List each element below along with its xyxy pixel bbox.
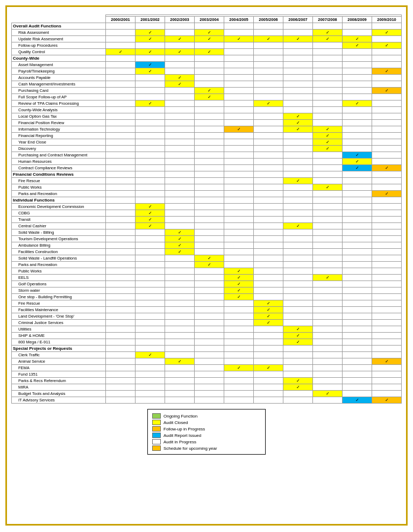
row-label: Quality Control [12,49,106,55]
audit-cell: ✓ [224,275,254,281]
audit-cell [372,204,402,210]
audit-cell [224,120,254,126]
audit-cell [254,223,283,229]
audit-cell [195,191,224,197]
audit-cell [195,100,224,107]
audit-cell [254,339,283,346]
audit-cell [195,249,224,255]
audit-cell [283,287,313,294]
audit-cell [106,287,136,294]
audit-cell [136,262,165,268]
audit-cell [283,275,313,281]
audit-cell [313,229,343,236]
audit-cell [343,262,372,268]
section-header-cell [165,23,195,30]
section-header-cell [165,197,195,204]
audit-cell: ✓ [165,36,195,42]
audit-cell: ✓ [313,36,343,42]
audit-cell [195,126,224,133]
audit-cell [106,326,136,333]
audit-cell [313,120,343,126]
audit-cell [106,184,136,191]
audit-cell [372,210,402,217]
audit-cell [372,120,402,126]
table-row: SHIP & HOME✓ [12,333,402,339]
audit-cell [283,262,313,268]
audit-cell [136,113,165,120]
audit-cell [136,365,165,371]
audit-cell [313,107,343,113]
audit-cell [313,81,343,88]
audit-cell [283,255,313,262]
audit-cell [195,307,224,313]
audit-cell [283,229,313,236]
table-row: Year End Close✓ [12,139,402,146]
table-row: 800 Mega / E-911✓ [12,339,402,346]
audit-cell: ✓ [372,42,402,49]
row-label: Utilities [12,326,106,333]
audit-cell [165,113,195,120]
section-header-cell [136,23,165,30]
row-label: Cash Management/Investments [12,81,106,88]
audit-cell [106,210,136,217]
section-header: County-Wide [12,55,106,62]
audit-cell [136,126,165,133]
section-header-cell [136,346,165,352]
audit-cell [106,30,136,36]
audit-cell [343,184,372,191]
section-header-cell [195,23,224,30]
audit-cell [343,81,372,88]
audit-cell: ✓ [165,236,195,242]
audit-cell [224,62,254,68]
section-header-cell [106,197,136,204]
audit-cell [106,275,136,281]
audit-cell [106,126,136,133]
audit-cell [165,88,195,94]
audit-cell [106,62,136,68]
section-header-cell [165,346,195,352]
audit-cell [313,62,343,68]
audit-cell [283,204,313,210]
audit-cell [372,81,402,88]
year-col-0: 2000/2001 [106,17,136,23]
audit-cell [224,68,254,75]
audit-cell [254,139,283,146]
audit-cell: ✓ [343,152,372,159]
audit-cell [106,352,136,358]
audit-cell [165,126,195,133]
audit-cell [283,100,313,107]
row-label: Human Resources [12,159,106,165]
table-row: Fire Rescue✓ [12,300,402,307]
audit-cell [136,384,165,391]
audit-cell [254,397,283,404]
year-col-3: 2003/2004 [195,17,224,23]
row-label: Payroll/Timekeeping [12,68,106,75]
table-row: Tourism Development Operations✓ [12,236,402,242]
audit-cell [372,275,402,281]
audit-cell [283,242,313,249]
audit-cell [165,133,195,139]
audit-cell [195,223,224,229]
audit-cell [106,191,136,197]
audit-cell: ✓ [195,88,224,94]
table-row: Update Risk Assessment✓✓✓✓✓✓✓✓ [12,36,402,42]
row-label: Clerk Traffic [12,352,106,358]
section-header-cell [313,346,343,352]
audit-cell [165,391,195,397]
audit-cell [224,307,254,313]
audit-cell [195,204,224,210]
audit-cell [343,275,372,281]
audit-plan-table: 2000/2001 2001/2002 2002/2003 2003/2004 … [11,15,402,404]
section-header-row: Overall Audit Functions [12,23,402,30]
section-header-cell [313,55,343,62]
audit-cell [372,255,402,262]
audit-cell [372,36,402,42]
audit-cell [313,113,343,120]
audit-cell: ✓ [136,100,165,107]
section-header-cell [313,23,343,30]
audit-cell [254,107,283,113]
section-header-cell [254,55,283,62]
audit-cell [106,81,136,88]
section-header-cell [313,197,343,204]
audit-cell [136,229,165,236]
